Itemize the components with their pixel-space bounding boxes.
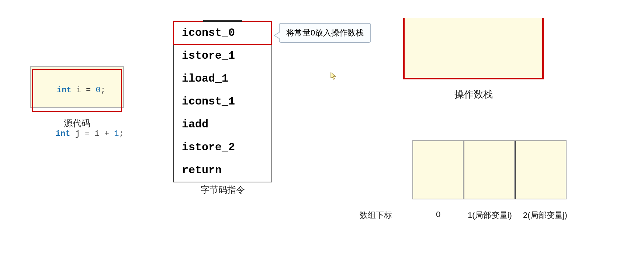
operand-stack-box [403, 18, 544, 79]
bytecode-line: istore_1 [174, 44, 271, 67]
local-variable-array [412, 140, 567, 199]
lvar-cell-0 [412, 140, 464, 199]
bytecode-label: 字节码指令 [173, 184, 272, 196]
operand-stack-label: 操作数栈 [403, 88, 544, 101]
array-index-0: 0 [412, 210, 464, 219]
source-line-1: int i = 0; [32, 69, 122, 112]
lvar-cell-2 [515, 140, 567, 199]
source-code-label: 源代码 [30, 117, 124, 129]
instruction-tooltip: 将常量0放入操作数栈 [279, 23, 371, 43]
bytecode-line: iconst_0 [174, 21, 271, 44]
array-index-1: 1(局部变量i) [464, 210, 516, 221]
bytecode-line: iconst_1 [174, 90, 271, 113]
bytecode-line: return [174, 159, 271, 182]
keyword-int: int [56, 129, 70, 138]
bytecode-line: iadd [174, 113, 271, 136]
array-index-2: 2(局部变量j) [516, 210, 575, 221]
keyword-int: int [57, 86, 72, 95]
source-code-box: int i = 0; int j = i + 1; [30, 66, 124, 108]
mouse-cursor-icon [330, 72, 336, 80]
bytecode-box: iconst_0 istore_1 iload_1 iconst_1 iadd … [173, 21, 272, 182]
lvar-cell-1 [464, 140, 515, 199]
bytecode-line: istore_2 [174, 136, 271, 159]
array-index-label: 数组下标 [360, 210, 392, 221]
bytecode-line: iload_1 [174, 67, 271, 90]
